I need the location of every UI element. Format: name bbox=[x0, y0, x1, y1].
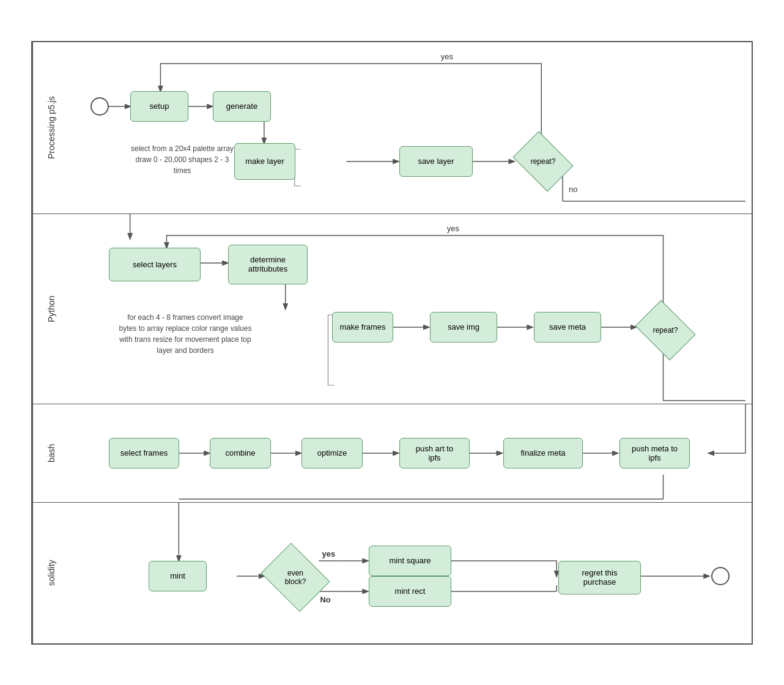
lane-label-python: Python bbox=[32, 214, 69, 404]
svg-text:no: no bbox=[569, 184, 577, 193]
node-combine: combine bbox=[210, 438, 271, 468]
node-regret: regret this purchase bbox=[558, 561, 641, 594]
node-save-meta: save meta bbox=[534, 312, 601, 342]
node-optimize: optimize bbox=[301, 438, 363, 468]
lane-label-p5: Processing p5.js bbox=[32, 42, 69, 213]
lane-content-bash: no selec bbox=[69, 404, 752, 502]
node-push-art: push art to ipfs bbox=[399, 438, 470, 468]
node-push-meta: push meta to ipfs bbox=[619, 438, 690, 468]
lane-bash: bash no bbox=[32, 404, 752, 503]
node-save-img: save img bbox=[430, 312, 497, 342]
node-select-layers: select layers bbox=[109, 248, 201, 281]
diagram-container: Processing p5.js yes bbox=[31, 41, 753, 645]
lane-content-python: yes select layers determine attritubutes bbox=[69, 214, 752, 404]
lane-p5: Processing p5.js yes bbox=[32, 42, 752, 214]
end-circle-solidity bbox=[711, 567, 730, 585]
node-select-frames: select frames bbox=[109, 438, 179, 468]
svg-text:yes: yes bbox=[441, 51, 454, 61]
node-finalize-meta: finalize meta bbox=[503, 438, 583, 468]
annotation-python: for each 4 - 8 frames convert image byte… bbox=[118, 312, 253, 356]
node-generate: generate bbox=[213, 91, 271, 122]
start-circle-p5 bbox=[91, 97, 109, 116]
node-save-layer: save layer bbox=[399, 146, 473, 177]
lane-label-solidity: solidity bbox=[32, 503, 69, 643]
node-determine-attr: determine attritubutes bbox=[228, 245, 308, 284]
lane-content-solidity: yes No mi bbox=[69, 503, 752, 643]
lane-python: Python yes bbox=[32, 214, 752, 404]
node-mint: mint bbox=[149, 561, 207, 591]
node-make-frames: make frames bbox=[332, 312, 393, 342]
node-setup: setup bbox=[130, 91, 188, 122]
annotation-p5: select from a 20x4 palette array draw 0 … bbox=[127, 143, 237, 176]
node-repeat1: repeat? bbox=[516, 140, 571, 183]
node-repeat2: repeat? bbox=[638, 309, 693, 352]
svg-text:yes: yes bbox=[447, 223, 460, 232]
lane-label-bash: bash bbox=[32, 404, 69, 502]
node-mint-rect: mint rect bbox=[369, 576, 451, 607]
node-make-layer: make layer bbox=[234, 143, 295, 180]
node-even-block: even block? bbox=[265, 555, 326, 601]
node-mint-square: mint square bbox=[369, 546, 451, 576]
lane-solidity: solidity yes No bbox=[32, 503, 752, 643]
lane-content-p5: yes no setup generate bbox=[69, 42, 752, 213]
